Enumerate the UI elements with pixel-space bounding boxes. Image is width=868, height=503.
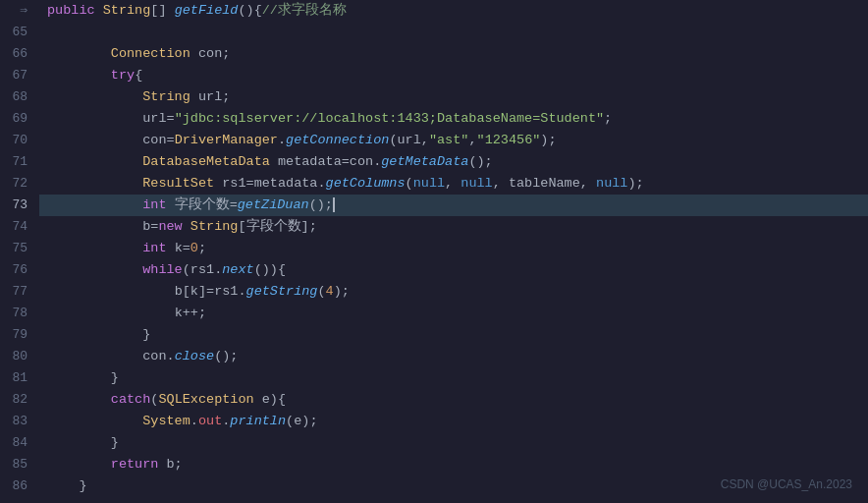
line-content: k++; [39,303,868,324]
line-content: int k=0; [39,238,868,259]
line-number: 83 [0,411,39,432]
line-number: 78 [0,303,39,324]
table-row: 76 while(rs1.next()){ [0,259,868,281]
line-number: 66 [0,43,39,65]
line-number: 76 [0,259,39,281]
line-number: 73 [0,195,39,216]
table-row: 83 System.out.println(e); [0,411,868,432]
code-editor: ⇒ 65 public String[] getField(){//求字段名称 … [0,0,868,503]
line-content: b=new String[字段个数]; [39,216,868,238]
line-number: 80 [0,346,39,367]
table-row: 82 catch(SQLException e){ [0,389,868,411]
table-row: 84 } [0,432,868,454]
line-number: 85 [0,454,39,475]
line-content: con=DriverManager.getConnection(url,"ast… [39,130,868,151]
line-content: try{ [39,65,868,86]
line-content: catch(SQLException e){ [39,389,868,411]
line-content: int 字段个数=getZiDuan(); [39,195,868,216]
table-row: 69 url="jdbc:sqlserver://localhost:1433;… [0,108,868,130]
line-content: ResultSet rs1=metadata.getColumns(null, … [39,173,868,195]
table-row: 67 try{ [0,65,868,86]
line-number: 74 [0,216,39,238]
code-table: ⇒ 65 public String[] getField(){//求字段名称 … [0,0,868,497]
watermark: CSDN @UCAS_An.2023 [721,474,852,495]
line-content: b[k]=rs1.getString(4); [39,281,868,303]
table-row: 73 int 字段个数=getZiDuan(); [0,195,868,216]
table-row: 77 b[k]=rs1.getString(4); [0,281,868,303]
line-content: public String[] getField(){//求字段名称 [39,0,868,43]
line-number: 71 [0,151,39,173]
line-number: 69 [0,108,39,130]
line-number: 81 [0,367,39,389]
table-row: 68 String url; [0,86,868,108]
line-content: return b; [39,454,868,475]
table-row: 85 return b; [0,454,868,475]
table-row: 79 } [0,324,868,346]
line-content: while(rs1.next()){ [39,259,868,281]
table-row: 81 } [0,367,868,389]
line-number: 72 [0,173,39,195]
line-number: 75 [0,238,39,259]
line-content: } [39,324,868,346]
table-row: 80 con.close(); [0,346,868,367]
line-number: 70 [0,130,39,151]
line-number: 67 [0,65,39,86]
table-row: 72 ResultSet rs1=metadata.getColumns(nul… [0,173,868,195]
line-number: ⇒ 65 [0,0,39,43]
line-content: DatabaseMetaData metadata=con.getMetaDat… [39,151,868,173]
line-number: 84 [0,432,39,454]
line-content: String url; [39,86,868,108]
table-row: 75 int k=0; [0,238,868,259]
line-content: } [39,432,868,454]
table-row: 78 k++; [0,303,868,324]
table-row: 74 b=new String[字段个数]; [0,216,868,238]
table-row: ⇒ 65 public String[] getField(){//求字段名称 [0,0,868,43]
table-row: 66 Connection con; [0,43,868,65]
table-row: 70 con=DriverManager.getConnection(url,"… [0,130,868,151]
table-row: 71 DatabaseMetaData metadata=con.getMeta… [0,151,868,173]
line-number: 86 [0,475,39,497]
line-content: url="jdbc:sqlserver://localhost:1433;Dat… [39,108,868,130]
line-content: } [39,367,868,389]
line-number: 82 [0,389,39,411]
line-content: Connection con; [39,43,868,65]
line-content: System.out.println(e); [39,411,868,432]
line-number: 79 [0,324,39,346]
line-number: 68 [0,86,39,108]
line-content: con.close(); [39,346,868,367]
line-number: 77 [0,281,39,303]
